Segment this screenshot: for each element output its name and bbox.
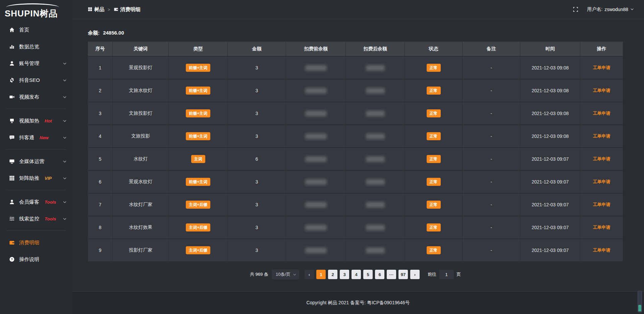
page-button[interactable]: ‹: [305, 270, 314, 279]
page-button[interactable]: 4: [352, 270, 361, 279]
sidebar-item-label: 线索监控: [19, 216, 39, 222]
bar-chart-icon: [9, 44, 15, 50]
sidebar-item-label: 首页: [19, 27, 29, 33]
cell-action: 工单申请: [580, 80, 623, 102]
cell-balance-before: [286, 216, 346, 239]
goto-page: 前往 页: [428, 270, 461, 279]
sidebar-item-consumption-detail[interactable]: 消费明细: [0, 234, 72, 251]
chevron-down-icon: [63, 200, 67, 204]
user-menu[interactable]: 用户名: zswodun88: [587, 6, 634, 12]
work-order-link[interactable]: 工单申请: [593, 224, 610, 230]
cell-amount: 3: [228, 171, 286, 193]
breadcrumb-label: 消费明细: [120, 6, 141, 13]
cell-keyword: 文旅投影: [113, 125, 169, 147]
work-order-link[interactable]: 工单申请: [593, 133, 610, 139]
scrollbar-thumb[interactable]: [638, 291, 642, 312]
sidebar-item-video-heat[interactable]: 视频加热 Hot: [0, 112, 72, 129]
cell-keyword: 景观投影灯: [113, 57, 169, 79]
sidebar-item-data-overview[interactable]: 数据总览: [0, 38, 72, 55]
masked-balance-before: [305, 248, 327, 253]
sidebar-item-douyin-seo[interactable]: 抖音SEO: [0, 72, 72, 89]
column-header: 类型: [169, 42, 227, 56]
column-header: 时间: [520, 42, 580, 56]
cell-balance-before: [286, 80, 346, 102]
cell-time: 2021-12-03 09:08: [520, 125, 580, 147]
cell-amount: 6: [228, 148, 286, 170]
work-order-link[interactable]: 工单申请: [593, 110, 610, 116]
table-row: 5 水纹灯 主词 6 正常 - 2021-12-03 09:07 工单申请: [88, 148, 623, 170]
sidebar-item-douketong[interactable]: 抖客通 New: [0, 129, 72, 146]
sidebar-item-label: 会员爆客: [19, 199, 39, 205]
balance-label: 余额:: [88, 30, 100, 36]
cell-index: 2: [88, 80, 112, 102]
sidebar-item-label: 账号管理: [19, 60, 39, 67]
cell-balance-before: [286, 194, 346, 216]
fullscreen-icon[interactable]: [573, 7, 578, 12]
goto-page-input[interactable]: [439, 270, 454, 279]
type-badge: 前缀+主词: [186, 87, 210, 95]
masked-balance-before: [305, 179, 327, 185]
cell-index: 3: [88, 102, 112, 124]
masked-balance-after: [366, 88, 385, 94]
video-heat-icon: [9, 118, 15, 124]
cell-keyword: 景观水纹灯: [113, 171, 169, 193]
masked-balance-after: [366, 179, 385, 185]
status-badge: 正常: [427, 64, 441, 72]
sidebar-item-home[interactable]: 首页: [0, 21, 72, 38]
cell-action: 工单申请: [580, 216, 623, 239]
sidebar-item-lead-monitor[interactable]: 线索监控 Tools: [0, 210, 72, 227]
cell-remark: -: [463, 80, 520, 102]
work-order-link[interactable]: 工单申请: [593, 202, 610, 208]
work-order-link[interactable]: 工单申请: [593, 247, 610, 253]
sidebar-item-matrix-boost[interactable]: 矩阵助推 VIP: [0, 170, 72, 187]
work-order-link[interactable]: 工单申请: [593, 65, 610, 71]
sidebar-item-instructions[interactable]: ? 操作说明: [0, 251, 72, 268]
sidebar-item-label: 抖音SEO: [19, 77, 40, 84]
status-badge: 正常: [427, 155, 441, 163]
masked-balance-before: [305, 111, 327, 116]
cell-remark: -: [463, 125, 520, 147]
cell-action: 工单申请: [580, 239, 623, 261]
chevron-down-icon: [63, 217, 67, 221]
masked-balance-after: [366, 156, 385, 162]
page-button[interactable]: ···: [387, 270, 396, 279]
page-button[interactable]: 6: [375, 270, 384, 279]
cell-time: 2021-12-03 09:08: [520, 102, 580, 124]
sidebar-item-label: 抖客通: [19, 135, 34, 141]
sidebar-item-video-publish[interactable]: 视频发布: [0, 89, 72, 105]
status-badge: 正常: [427, 246, 441, 254]
work-order-link[interactable]: 工单申请: [593, 179, 610, 185]
svg-text:?: ?: [11, 257, 13, 261]
cell-balance-after: [346, 125, 404, 147]
column-header: 备注: [463, 42, 520, 56]
masked-balance-after: [366, 248, 385, 253]
page-button[interactable]: 2: [328, 270, 337, 279]
sidebar-item-account[interactable]: 账号管理: [0, 55, 72, 72]
column-header: 扣费前余额: [286, 42, 346, 56]
breadcrumb-home[interactable]: 树品: [88, 6, 104, 13]
cell-status: 正常: [405, 239, 462, 261]
sidebar-item-label: 全媒体运营: [19, 158, 44, 165]
page-button[interactable]: 1: [316, 270, 326, 279]
sidebar-item-all-media[interactable]: 全媒体运营: [0, 153, 72, 170]
cell-status: 正常: [405, 171, 462, 193]
page-button[interactable]: ›: [410, 270, 420, 279]
sliders-icon: [9, 216, 15, 222]
page-button[interactable]: 3: [340, 270, 349, 279]
cell-amount: 3: [228, 57, 286, 79]
logo-arc: [6, 3, 59, 7]
work-order-link[interactable]: 工单申请: [593, 156, 610, 162]
cell-index: 5: [88, 148, 112, 170]
masked-balance-before: [305, 202, 327, 208]
sidebar-item-member-burst[interactable]: 会员爆客 Tools: [0, 194, 72, 210]
cell-type: 前缀+主词: [169, 80, 227, 102]
table-row: 6 景观水纹灯 前缀+主词 3 正常 - 2021-12-03 09:07 工单…: [88, 171, 623, 193]
page-size-select[interactable]: 10条/页: [272, 269, 299, 279]
work-order-link[interactable]: 工单申请: [593, 88, 610, 94]
page-button[interactable]: 97: [398, 270, 408, 279]
status-badge: 正常: [427, 178, 441, 186]
cell-remark: -: [463, 171, 520, 193]
cell-time: 2021-12-03 09:07: [520, 171, 580, 193]
chevron-down-icon: [63, 61, 67, 65]
page-button[interactable]: 5: [363, 270, 373, 279]
